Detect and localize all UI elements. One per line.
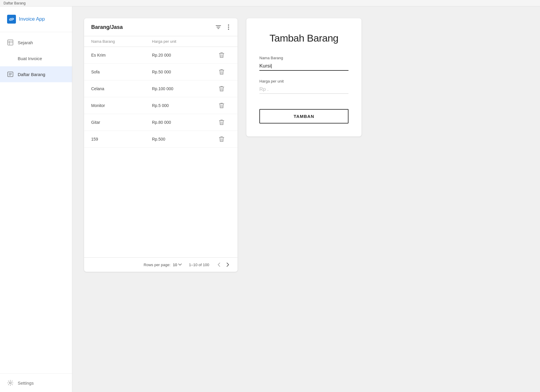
sidebar-logo: dP Invoice App [0,6,72,32]
col-header-harga: Harga per unit [152,39,213,44]
filter-button[interactable] [214,24,222,31]
svg-rect-0 [8,40,13,45]
cell-harga: Rp.80 000 [152,120,213,125]
delete-button[interactable] [213,68,230,76]
col-header-nama: Nama Barang [91,39,152,44]
table-card: Barang/Jasa [84,18,238,272]
rows-per-page-label: Rows per page: [144,263,171,267]
rows-per-page-value: 10 [173,263,177,267]
table-footer: Rows per page: 10 1–10 of 100 [84,257,238,272]
delete-button[interactable] [213,135,230,143]
list-icon [7,71,14,78]
prev-page-button[interactable] [216,262,222,268]
document-icon [7,55,14,62]
cell-nama: Monitor [91,103,152,108]
svg-point-12 [228,24,229,26]
table-row: Es Krim Rp.20 000 [84,47,238,64]
sidebar-nav: Sejarah Buat Invoice [0,32,72,373]
table-actions [214,24,230,31]
table-row: Celana Rp.100 000 [84,80,238,97]
form-card: Tambah Barang Nama Barang Harga per unit… [246,18,361,136]
table-title: Barang/Jasa [91,24,123,30]
cell-harga: Rp.500 [152,137,213,141]
cell-nama: Es Krim [91,53,152,57]
sidebar-item-buat-invoice-label: Buat Invoice [18,56,42,61]
cell-nama: Gitar [91,120,152,125]
cell-nama: 159 [91,137,152,141]
sidebar-item-daftar-barang[interactable]: Daftar Barang [0,66,72,82]
table-col-headers: Nama Barang Harga per unit [84,36,238,47]
settings-label: Settings [18,381,34,386]
table-row: Sofa Rp.50 000 [84,64,238,80]
cell-harga: Rp.20 000 [152,53,213,57]
sidebar-item-buat-invoice[interactable]: Buat Invoice [0,50,72,66]
input-harga-per-unit[interactable] [259,85,348,94]
sidebar-item-sejarah[interactable]: Sejarah [0,34,72,50]
pagination-nav [216,262,230,268]
svg-point-8 [9,382,11,384]
rows-per-page-select[interactable]: 10 [173,263,182,267]
form-group-harga: Harga per unit [259,79,348,94]
table-row: Monitor Rp.5 000 [84,97,238,114]
cell-nama: Celana [91,86,152,91]
pagination-range: 1–10 of 100 [189,263,209,267]
next-page-button[interactable] [225,262,230,268]
label-nama-barang: Nama Barang [259,56,348,60]
cell-harga: Rp.100 000 [152,86,213,91]
form-title: Tambah Barang [259,32,348,44]
sidebar-item-daftar-barang-label: Daftar Barang [18,72,45,77]
form-group-nama: Nama Barang [259,56,348,71]
delete-button[interactable] [213,85,230,93]
sidebar: dP Invoice App Sejarah [0,6,72,392]
cell-harga: Rp.50 000 [152,70,213,74]
more-options-button[interactable] [227,24,230,31]
table-icon [7,39,14,46]
table-row: 159 Rp.500 [84,131,238,148]
delete-button[interactable] [213,118,230,126]
app-name: Invoice App [19,16,45,22]
main-content: Barang/Jasa [72,6,540,392]
delete-button[interactable] [213,51,230,59]
input-nama-barang[interactable] [259,62,348,71]
sidebar-item-settings[interactable]: Settings [7,380,65,386]
top-bar-title: Daftar Barang [4,1,26,5]
svg-point-13 [228,27,229,28]
sidebar-bottom: Settings [0,373,72,392]
svg-point-14 [228,29,229,30]
top-bar: Daftar Barang [0,0,540,6]
cell-harga: Rp.5 000 [152,103,213,108]
logo-icon: dP [7,15,16,24]
table-card-header: Barang/Jasa [84,18,238,36]
rows-per-page-control: Rows per page: 10 [144,263,182,267]
sidebar-item-sejarah-label: Sejarah [18,40,33,45]
gear-icon [7,380,14,386]
delete-button[interactable] [213,101,230,110]
label-harga-per-unit: Harga per unit [259,79,348,83]
col-header-action [213,39,230,44]
submit-button[interactable]: TAMBAN [259,109,348,123]
cell-nama: Sofa [91,70,152,74]
table-row: Gitar Rp.80 000 [84,114,238,131]
table-body: Es Krim Rp.20 000 Sofa Rp.50 000 Cel [84,47,238,148]
